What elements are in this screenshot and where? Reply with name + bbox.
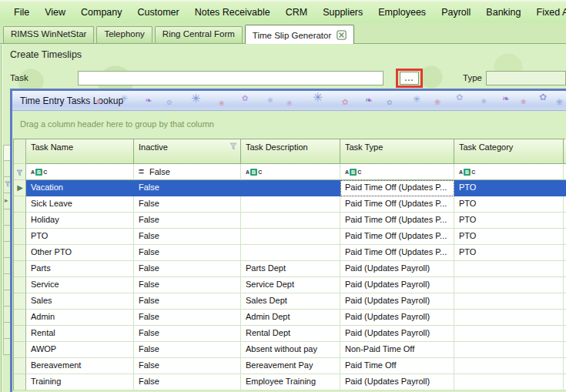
grid-cell[interactable]: False: [134, 358, 241, 374]
grid-cell[interactable]: PTO: [26, 229, 134, 245]
grid-cell[interactable]: PTO: [454, 213, 564, 229]
task-browse-button[interactable]: ...: [400, 72, 419, 85]
grid-cell[interactable]: Paid Time Off (Updates P...: [340, 213, 454, 229]
grid-cell[interactable]: Rental Dept: [241, 326, 340, 342]
grid-cell[interactable]: False: [134, 229, 241, 245]
menu-item-company[interactable]: Company: [73, 4, 130, 21]
grid-cell[interactable]: Sales Dept: [241, 293, 340, 310]
grid-cell[interactable]: [454, 261, 564, 277]
grid-cell[interactable]: False: [134, 180, 241, 196]
menu-item-file[interactable]: File: [6, 4, 37, 21]
tasks-grid: Task NameInactiveTask DescriptionTask Ty…: [13, 139, 565, 390]
grid-cell[interactable]: False: [134, 245, 241, 261]
menu-item-employees[interactable]: Employees: [370, 4, 434, 21]
grid-cell[interactable]: False: [134, 293, 241, 310]
grid-cell[interactable]: [454, 342, 564, 358]
grid-cell[interactable]: False: [134, 310, 241, 326]
grid-cell[interactable]: PTO: [454, 229, 564, 245]
grid-cell[interactable]: Paid (Updates Payroll): [340, 293, 454, 310]
grid-cell[interactable]: Paid (Updates Payroll): [340, 326, 454, 342]
tab-telephony[interactable]: Telephony: [96, 26, 152, 43]
grid-cell[interactable]: Paid Time Off: [340, 358, 454, 374]
grid-cell[interactable]: Absent without pay: [241, 342, 340, 358]
popup-titlebar[interactable]: Time Entry Tasks Lookup ❀✳❧✿✳❀✿✳❀✳✿❧✿✳❀✿…: [12, 91, 566, 111]
column-header-task-category[interactable]: Task Category: [454, 139, 564, 164]
menu-item-banking[interactable]: Banking: [478, 4, 528, 21]
filter-cell[interactable]: =False: [134, 164, 241, 180]
filter-cell[interactable]: ABC: [26, 164, 134, 180]
grid-cell[interactable]: Bereavement: [26, 358, 134, 374]
grid-cell[interactable]: [454, 277, 564, 293]
grid-cell[interactable]: Vacation: [26, 180, 134, 196]
grid-cell[interactable]: [454, 293, 564, 310]
menu-item-notes-receivable[interactable]: Notes Receivable: [187, 4, 278, 21]
grid-cell[interactable]: Service Dept: [241, 277, 340, 293]
grid-cell[interactable]: Paid Time Off (Updates P...: [340, 245, 454, 261]
column-header-task-type[interactable]: Task Type: [340, 139, 454, 164]
grid-cell[interactable]: [241, 213, 340, 229]
grid-cell[interactable]: PTO: [454, 245, 564, 261]
grid-cell[interactable]: Holiday: [26, 213, 134, 229]
filter-cell[interactable]: ABC: [241, 164, 340, 180]
filter-cell[interactable]: ABC: [340, 164, 454, 180]
grid-cell[interactable]: [241, 180, 340, 196]
grid-cell[interactable]: Paid (Updates Payroll): [340, 310, 454, 326]
column-header-task-name[interactable]: Task Name: [26, 139, 134, 164]
grid-cell[interactable]: Sick Leave: [26, 196, 134, 213]
grid-cell[interactable]: False: [134, 261, 241, 277]
menu-item-fixed-asset[interactable]: Fixed Asset: [529, 4, 566, 21]
grid-cell[interactable]: False: [134, 196, 241, 213]
grid-cell[interactable]: Non-Paid Time Off: [340, 342, 454, 358]
grid-cell[interactable]: Employee Training: [241, 374, 340, 390]
tab-close-icon[interactable]: [337, 30, 347, 40]
grid-cell[interactable]: Service: [26, 277, 134, 293]
menu-item-suppliers[interactable]: Suppliers: [315, 4, 370, 21]
grid-cell[interactable]: False: [134, 326, 241, 342]
grid-cell[interactable]: False: [134, 342, 241, 358]
grid-cell[interactable]: Paid (Updates Payroll): [340, 277, 454, 293]
grid-cell[interactable]: [454, 358, 564, 374]
grid-cell[interactable]: Paid Time Off (Updates P...: [340, 180, 454, 196]
grid-cell[interactable]: False: [134, 374, 241, 390]
grid-cell[interactable]: [241, 245, 340, 261]
task-input[interactable]: [78, 71, 383, 85]
grid-cell[interactable]: [241, 196, 340, 213]
grid-cell[interactable]: [454, 374, 564, 390]
tab-rimss-winnetstar[interactable]: RIMSS WinNetStar: [3, 26, 94, 43]
menu-item-view[interactable]: View: [37, 4, 73, 21]
filter-cell[interactable]: ABC: [454, 164, 564, 180]
tab-time-slip-generator[interactable]: Time Slip Generator: [245, 25, 354, 44]
group-by-panel[interactable]: Drag a column header here to group by th…: [12, 111, 566, 138]
column-header-task-description[interactable]: Task Description: [241, 139, 340, 164]
grid-cell[interactable]: Paid (Updates Payroll): [340, 374, 454, 390]
grid-cell[interactable]: AWOP: [26, 342, 134, 358]
tab-ring-central-form[interactable]: Ring Central Form: [155, 26, 243, 43]
flower-decoration-icon: ✿: [166, 99, 172, 106]
grid-cell[interactable]: [454, 326, 564, 342]
flower-decoration-icon: ❀: [286, 100, 293, 107]
grid-cell[interactable]: Sales: [26, 293, 134, 310]
type-input[interactable]: [486, 71, 566, 85]
grid-cell[interactable]: Paid Time Off (Updates P...: [340, 229, 454, 245]
grid-cell[interactable]: Paid Time Off (Updates P...: [340, 196, 454, 213]
column-header-inactive[interactable]: Inactive: [134, 139, 241, 164]
grid-cell[interactable]: Other PTO: [26, 245, 134, 261]
grid-cell[interactable]: Parts: [26, 261, 134, 277]
menu-item-payroll[interactable]: Payroll: [434, 4, 478, 21]
grid-cell[interactable]: Training: [26, 374, 134, 390]
grid-cell[interactable]: Rental: [26, 326, 134, 342]
grid-cell[interactable]: Admin: [26, 310, 134, 326]
grid-cell[interactable]: Bereavement Pay: [241, 358, 340, 374]
grid-cell[interactable]: [241, 229, 340, 245]
menu-item-crm[interactable]: CRM: [278, 4, 315, 21]
grid-cell[interactable]: Paid (Updates Payroll): [340, 261, 454, 277]
grid-cell[interactable]: PTO: [454, 180, 564, 196]
grid-cell[interactable]: [454, 310, 564, 326]
grid-cell[interactable]: Admin Dept: [241, 310, 340, 326]
grid-cell[interactable]: False: [134, 213, 241, 229]
grid-cell[interactable]: Parts Dept: [241, 261, 340, 277]
grid-cell[interactable]: PTO: [454, 196, 564, 213]
row-arrow-icon: ▸: [5, 197, 8, 204]
grid-cell[interactable]: False: [134, 277, 241, 293]
menu-item-customer[interactable]: Customer: [130, 4, 187, 21]
